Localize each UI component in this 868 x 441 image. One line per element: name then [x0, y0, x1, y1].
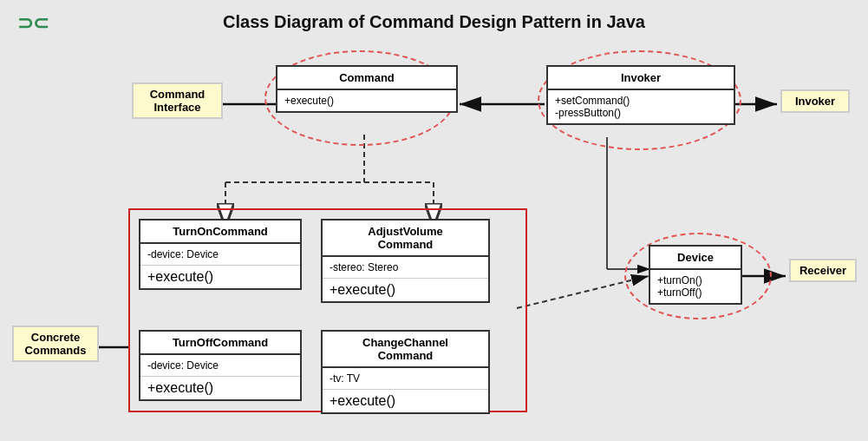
- turn-off-command-box: TurnOffCommand -device: Device +execute(…: [139, 330, 302, 401]
- device-box: Device +turnOn() +turnOff(): [649, 245, 742, 305]
- invoker-label: Invoker: [780, 89, 850, 113]
- main-container: Class Diagram of Command Design Pattern …: [0, 0, 868, 441]
- concrete-commands-text: ConcreteCommands: [21, 331, 90, 357]
- command-box-title: Command: [277, 67, 456, 90]
- turn-on-title: TurnOnCommand: [140, 220, 300, 244]
- adjust-volume-box: AdjustVolume Command -stereo: Stereo +ex…: [321, 219, 490, 303]
- invoker-box: Invoker +setCommand() -pressButton(): [546, 65, 735, 125]
- invoker-line1: +setCommand(): [555, 95, 727, 107]
- invoker-line2: -pressButton(): [555, 107, 727, 119]
- change-channel-method: +execute(): [323, 389, 488, 412]
- command-interface-text: CommandInterface: [140, 88, 214, 114]
- change-channel-box: ChangeChannel Command -tv: TV +execute(): [321, 330, 490, 414]
- change-channel-title: ChangeChannel Command: [323, 332, 488, 368]
- command-box-body: +execute(): [277, 90, 456, 111]
- command-box: Command +execute(): [276, 65, 458, 113]
- turn-on-command-box: TurnOnCommand -device: Device +execute(): [139, 219, 302, 290]
- turn-on-attr: -device: Device: [140, 244, 300, 265]
- receiver-label-text: Receiver: [798, 264, 848, 277]
- turn-off-attr: -device: Device: [140, 355, 300, 376]
- device-title: Device: [650, 247, 741, 270]
- invoker-box-title: Invoker: [548, 67, 734, 90]
- adjust-volume-method: +execute(): [323, 278, 488, 301]
- adjust-volume-attr: -stereo: Stereo: [323, 257, 488, 278]
- change-channel-attr: -tv: TV: [323, 368, 488, 389]
- device-body: +turnOn() +turnOff(): [650, 270, 741, 303]
- gfg-logo: ⊃⊂: [16, 10, 54, 36]
- svg-text:⊃⊂: ⊃⊂: [17, 12, 49, 34]
- concrete-commands-label: ConcreteCommands: [12, 326, 99, 362]
- invoker-box-body: +setCommand() -pressButton(): [548, 90, 734, 123]
- turn-off-title: TurnOffCommand: [140, 332, 300, 355]
- receiver-label: Receiver: [789, 259, 857, 282]
- adjust-volume-title: AdjustVolume Command: [323, 220, 488, 257]
- turn-on-method: +execute(): [140, 265, 300, 288]
- turn-off-method: +execute(): [140, 376, 300, 399]
- command-interface-label: CommandInterface: [132, 82, 223, 119]
- invoker-label-text: Invoker: [789, 95, 841, 108]
- page-title: Class Diagram of Command Design Pattern …: [0, 0, 868, 39]
- device-line1: +turnOn(): [657, 274, 734, 286]
- device-line2: +turnOff(): [657, 286, 734, 299]
